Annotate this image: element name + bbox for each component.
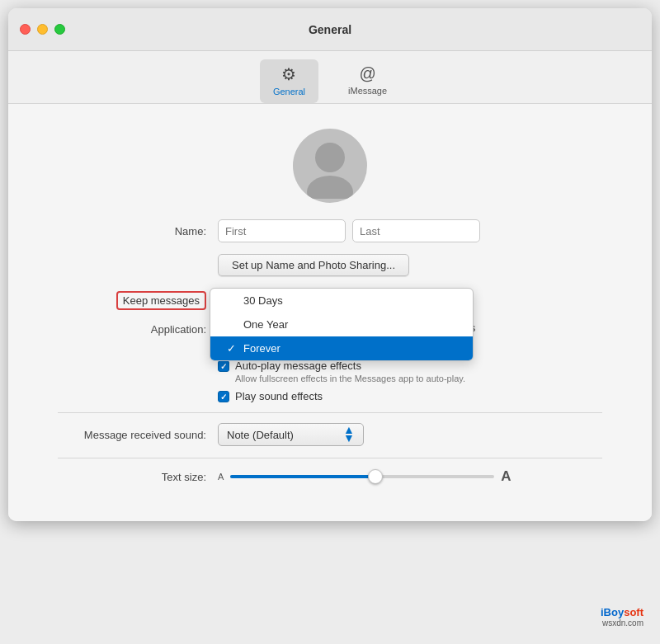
sound-dropdown-arrows: ▲ ▼ bbox=[343, 426, 355, 443]
tab-general[interactable]: ⚙ General bbox=[260, 59, 318, 103]
traffic-lights bbox=[20, 24, 65, 35]
tab-general-label: General bbox=[273, 87, 305, 96]
minimize-button[interactable] bbox=[37, 24, 48, 35]
window-title: General bbox=[309, 23, 351, 36]
setup-button[interactable]: Set up Name and Photo Sharing... bbox=[218, 254, 409, 276]
checkbox-row-sound: ✓ Play sound effects bbox=[218, 390, 475, 402]
checkbox-sound-effects[interactable]: ✓ bbox=[218, 391, 229, 402]
tab-imessage-label: iMessage bbox=[348, 86, 387, 96]
text-size-slider-track bbox=[230, 475, 494, 478]
checkbox-auto-play[interactable]: ✓ bbox=[218, 360, 229, 372]
checkbox-row-autoplay: ✓ Auto-play message effects bbox=[218, 360, 475, 372]
sound-row: Message received sound: Note (Default) ▲… bbox=[58, 423, 602, 446]
watermark: iBoysoft wsxdn.com bbox=[601, 606, 644, 628]
sound-dropdown[interactable]: Note (Default) ▲ ▼ bbox=[218, 423, 364, 446]
option-30days-label: 30 Days bbox=[243, 294, 283, 307]
option-forever[interactable]: ✓ Forever bbox=[210, 336, 473, 360]
text-size-small-a: A bbox=[218, 472, 224, 482]
sound-label: Message received sound: bbox=[58, 429, 206, 441]
text-size-content: A A bbox=[218, 468, 512, 485]
title-bar: General bbox=[8, 8, 652, 51]
name-row: Name: bbox=[58, 219, 602, 242]
sublabel-auto-play: Allow fullscreen effects in the Messages… bbox=[235, 374, 475, 383]
avatar-svg bbox=[297, 133, 363, 199]
divider-2 bbox=[58, 458, 602, 458]
close-button[interactable] bbox=[20, 24, 31, 35]
svg-point-0 bbox=[315, 143, 345, 172]
at-icon: @ bbox=[359, 64, 375, 83]
tab-imessage[interactable]: @ iMessage bbox=[335, 59, 400, 103]
option-oneyear[interactable]: One Year bbox=[210, 313, 473, 336]
sound-value: Note (Default) bbox=[227, 429, 294, 441]
checkbox-autoplay-row: ✓ Auto-play message effects Allow fullsc… bbox=[218, 360, 475, 383]
watermark-iboy: iBoy bbox=[601, 606, 624, 618]
option-forever-label: Forever bbox=[243, 342, 280, 355]
avatar[interactable] bbox=[293, 129, 367, 203]
checkmark-forever: ✓ bbox=[227, 342, 238, 355]
content-area: Name: Set up Name and Photo Sharing... K… bbox=[8, 104, 652, 521]
name-inputs bbox=[218, 219, 480, 242]
divider-1 bbox=[58, 412, 602, 413]
gear-icon: ⚙ bbox=[281, 64, 296, 84]
checkbox-sound-effects-row: ✓ Play sound effects bbox=[218, 390, 475, 402]
svg-point-1 bbox=[307, 176, 353, 199]
keep-messages-label-wrapper: Keep messages bbox=[58, 288, 206, 310]
arrow-down-icon: ▼ bbox=[343, 435, 355, 443]
text-size-slider-fill bbox=[230, 475, 375, 478]
label-auto-play: Auto-play message effects bbox=[235, 360, 361, 372]
application-label: Application: bbox=[58, 322, 206, 336]
keep-messages-dropdown-menu: 30 Days One Year ✓ Forever bbox=[210, 288, 474, 361]
text-size-row: Text size: A A bbox=[58, 468, 602, 485]
option-oneyear-label: One Year bbox=[243, 318, 288, 331]
name-label: Name: bbox=[58, 225, 206, 237]
avatar-section bbox=[58, 129, 602, 203]
last-name-input[interactable] bbox=[352, 219, 480, 242]
option-30days[interactable]: 30 Days bbox=[210, 289, 473, 313]
first-name-input[interactable] bbox=[218, 219, 346, 242]
text-size-large-a: A bbox=[501, 468, 511, 485]
toolbar: ⚙ General @ iMessage bbox=[8, 51, 652, 104]
text-size-slider-thumb[interactable] bbox=[368, 469, 383, 484]
keep-messages-row: Keep messages 30 Days One Year ✓ For bbox=[58, 288, 602, 310]
maximize-button[interactable] bbox=[54, 24, 65, 35]
keep-messages-label: Keep messages bbox=[116, 291, 206, 310]
watermark-url: wsxdn.com bbox=[601, 618, 644, 628]
text-size-label: Text size: bbox=[58, 471, 206, 483]
check-autoplay: ✓ bbox=[220, 362, 227, 371]
label-sound-effects: Play sound effects bbox=[235, 390, 323, 402]
check-sound: ✓ bbox=[220, 393, 227, 402]
watermark-soft: soft bbox=[624, 606, 644, 618]
